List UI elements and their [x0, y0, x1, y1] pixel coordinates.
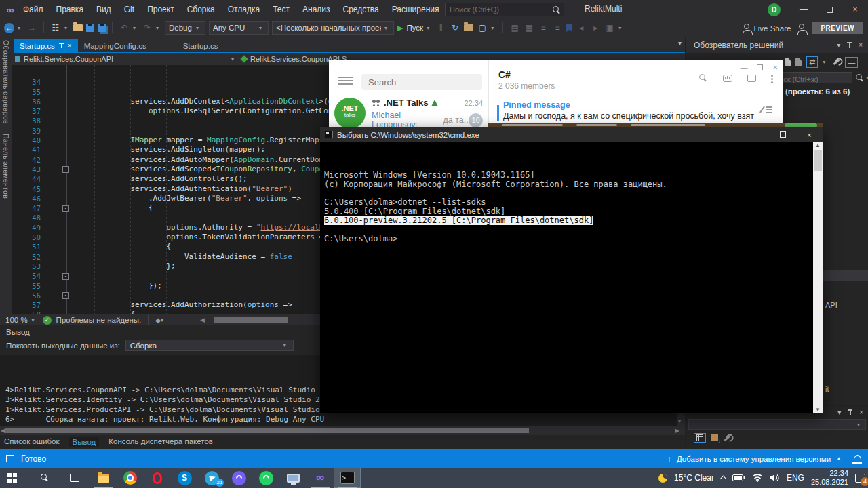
restart-icon[interactable]: ↻: [450, 22, 460, 33]
menu-item[interactable]: Файл: [23, 5, 43, 14]
wifi-icon[interactable]: [752, 474, 763, 482]
back-dropdown-icon[interactable]: ▾: [18, 25, 23, 31]
weather-label[interactable]: 15°C Clear: [674, 473, 714, 483]
tg-pinned-label[interactable]: Pinned message: [503, 100, 570, 110]
tg-search-icon[interactable]: [698, 73, 708, 83]
account-avatar[interactable]: D: [768, 3, 781, 16]
indent-decrease-icon[interactable]: ≡: [538, 22, 549, 33]
taskbar-visual-studio[interactable]: ∞: [307, 468, 334, 488]
source-control-label[interactable]: Добавить в систему управления версиями: [677, 455, 831, 463]
taskbar-chrome[interactable]: [117, 468, 144, 488]
document-tab[interactable]: MappingConfig.cs ×: [78, 39, 153, 53]
startup-project-combobox[interactable]: <Несколько начальных проектов▾: [272, 21, 394, 35]
properties-wrench-icon[interactable]: [833, 59, 840, 65]
battery-icon[interactable]: [732, 474, 745, 481]
push-arrow-icon[interactable]: ↑: [667, 455, 671, 463]
start-button[interactable]: [0, 468, 30, 488]
feedback-icon[interactable]: [799, 24, 804, 29]
vs-quick-search[interactable]: [445, 3, 564, 16]
redo-icon[interactable]: ↷: [142, 22, 153, 33]
menu-item[interactable]: Сборка: [187, 5, 215, 14]
output-hscrollbar[interactable]: ◀▶: [0, 426, 685, 435]
cmd-maximize-icon[interactable]: [770, 127, 796, 142]
tree-item-fragment[interactable]: API: [825, 301, 837, 309]
fold-toggle[interactable]: -: [62, 166, 69, 173]
zoom-combobox[interactable]: 100 %▾: [0, 316, 43, 324]
menu-item[interactable]: Средства: [343, 5, 379, 14]
collapse-all-icon[interactable]: ―: [845, 57, 858, 68]
tg-search-input[interactable]: [361, 74, 482, 90]
language-indicator[interactable]: ENG: [787, 473, 804, 483]
close-button[interactable]: ×: [842, 0, 868, 19]
start-dropdown-icon[interactable]: ▾: [427, 25, 432, 31]
quick-search-input[interactable]: [446, 5, 552, 14]
tg-voice-chat-icon[interactable]: [723, 75, 732, 82]
tg-pinned-list-icon[interactable]: [761, 104, 772, 115]
bottom-panel-tab[interactable]: Консоль диспетчера пакетов: [108, 437, 213, 447]
document-tab[interactable]: Startup.cs ×: [177, 39, 224, 53]
new-dropdown-icon[interactable]: ▾: [64, 25, 70, 31]
taskbar-viber[interactable]: [225, 468, 252, 488]
panel-pin-icon[interactable]: [847, 42, 852, 48]
volume-icon[interactable]: [770, 474, 780, 482]
navigate-back-icon[interactable]: ←: [4, 23, 14, 33]
browser-dropdown-icon[interactable]: ▾: [491, 25, 496, 31]
cmd-titlebar[interactable]: Выбрать C:\Windows\system32\cmd.exe — ×: [320, 127, 823, 142]
tg-minimize-icon[interactable]: —: [740, 64, 747, 72]
panel-close-icon[interactable]: ×: [859, 41, 863, 49]
bottom-panel-tab[interactable]: Список ошибок: [4, 437, 60, 447]
save-icon[interactable]: [86, 24, 94, 32]
tree-item-fragment[interactable]: it: [825, 385, 829, 393]
find-in-files-icon[interactable]: [464, 24, 473, 31]
close-icon[interactable]: ×: [68, 42, 72, 49]
menu-item[interactable]: Расширения: [392, 5, 439, 14]
taskbar-skype[interactable]: S: [171, 468, 198, 488]
cmd-minimize-icon[interactable]: —: [743, 127, 770, 142]
bottom-panel-tab[interactable]: Вывод: [69, 437, 100, 447]
menu-item[interactable]: Тест: [273, 5, 290, 14]
taskbar-opera[interactable]: [144, 468, 171, 488]
categorized-view-icon[interactable]: [694, 433, 706, 443]
redo-dropdown-icon[interactable]: ▾: [156, 25, 161, 31]
output-source-combobox[interactable]: Сборка▾: [125, 340, 294, 351]
taskbar-telegram[interactable]: 21: [198, 468, 225, 488]
tg-menu-icon[interactable]: [338, 77, 353, 85]
subpanel-pin-icon[interactable]: [848, 409, 852, 415]
subpanel-close-icon[interactable]: ×: [859, 409, 863, 416]
action-center-icon[interactable]: 4: [855, 474, 865, 483]
settings-wrench-icon[interactable]: [724, 434, 730, 441]
preview-button[interactable]: PREVIEW: [812, 22, 863, 34]
taskbar-whatsapp[interactable]: [252, 468, 279, 488]
cmd-close-icon[interactable]: ×: [796, 127, 823, 142]
navigate-forward-icon[interactable]: →: [26, 22, 37, 33]
fold-toggle[interactable]: -: [62, 292, 69, 299]
code-health-icon[interactable]: ◆: [155, 317, 161, 324]
notifications-bell-icon[interactable]: [854, 455, 861, 462]
cmd-console[interactable]: Microsoft Windows [Version 10.0.19043.11…: [320, 142, 823, 413]
pending-changes-icon[interactable]: [795, 58, 802, 66]
live-share-button[interactable]: Live Share: [744, 24, 791, 33]
save-all-icon[interactable]: [98, 24, 106, 32]
start-debug-icon[interactable]: ▶: [397, 24, 403, 33]
menu-item[interactable]: Git: [124, 5, 134, 14]
se-dropdown-icon[interactable]: ▾: [823, 59, 828, 65]
start-debug-label[interactable]: Пуск: [406, 24, 423, 32]
cmd-scrollbar[interactable]: ▲▼: [813, 142, 823, 413]
platform-combobox[interactable]: Any CPU▾: [209, 21, 269, 35]
new-project-icon[interactable]: ☷: [50, 22, 61, 33]
tg-search-box[interactable]: [361, 74, 482, 90]
undo-dropdown-icon[interactable]: ▾: [133, 25, 138, 31]
document-tab[interactable]: Startup.cs ×: [14, 39, 78, 53]
add-item-icon[interactable]: ▦: [524, 22, 534, 33]
browser-link-icon[interactable]: ▢: [477, 22, 488, 33]
tg-close-icon[interactable]: ×: [772, 62, 778, 73]
taskbar-explorer[interactable]: [90, 468, 117, 488]
toolbar-options-icon[interactable]: ▾: [618, 25, 624, 31]
configuration-combobox[interactable]: Debug▾: [165, 21, 205, 35]
task-view-button[interactable]: [60, 468, 90, 488]
switch-views-icon[interactable]: [785, 58, 791, 66]
menu-item[interactable]: Вид: [96, 5, 111, 14]
taskbar-system-monitor[interactable]: [279, 468, 307, 488]
menu-item[interactable]: Правка: [56, 5, 84, 14]
menu-item[interactable]: Проект: [147, 5, 174, 14]
